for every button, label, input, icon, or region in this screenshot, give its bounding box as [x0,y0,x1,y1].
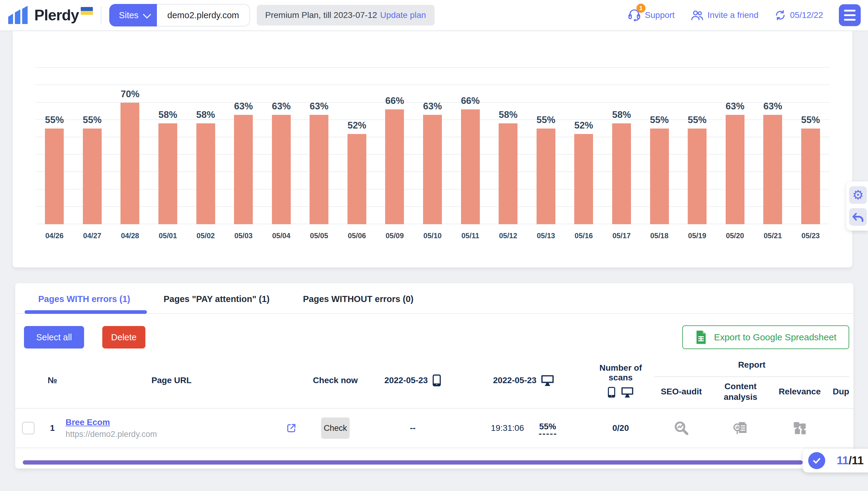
bar-group: 55%05/23 [792,51,830,224]
bar-group: 58%05/02 [187,51,225,224]
x-axis-tick-label: 05/04 [272,232,290,240]
bar-group: 70%04/28 [111,51,149,224]
row-checkbox[interactable] [22,422,35,434]
bar-value-label: 52% [347,120,366,131]
desktop-score[interactable]: 55% [539,422,556,435]
scans-count: 0/20 [589,423,653,433]
bar-value-label: 58% [499,109,518,120]
tab-pages-with-errors[interactable]: Pages WITH errors (1) [25,294,147,313]
bar[interactable] [612,123,631,224]
gear-icon: ⚙ [852,189,864,201]
relevance-report-button[interactable] [771,421,829,436]
open-page-button[interactable] [279,422,304,434]
desktop-icon [621,387,634,398]
seo-audit-report-button[interactable] [653,421,710,436]
support-label: Support [645,10,675,20]
content-analysis-report-button[interactable] [710,421,771,436]
header-check-now: Check now [304,376,367,385]
x-axis-tick-label: 04/27 [83,232,101,240]
bar[interactable] [121,103,139,224]
bar[interactable] [574,134,593,224]
settings-button[interactable]: ⚙ [849,186,867,204]
bar-group: 58%05/01 [149,51,187,224]
x-axis-tick-label: 05/20 [726,232,744,240]
bar[interactable] [688,128,707,224]
bar-group: 58%05/12 [489,51,527,224]
bar[interactable] [234,115,253,224]
bar-group: 58%05/17 [603,51,641,224]
bar[interactable] [499,123,518,224]
x-axis-tick-label: 05/02 [197,232,215,240]
bar[interactable] [83,128,102,224]
bar-value-label: 55% [801,115,820,125]
header-number-of-scans: Number of scans [589,363,653,398]
pages-panel: Pages WITH errors (1) Pages "PAY attenti… [15,283,854,468]
page-name-link[interactable]: Bree Ecom [66,417,110,427]
bar-value-label: 63% [423,101,442,112]
x-axis-tick-label: 05/18 [650,232,669,240]
hamburger-menu-button[interactable] [839,4,861,26]
mobile-icon [608,387,616,398]
reply-all-icon [851,210,865,224]
bar[interactable] [763,115,782,224]
delete-button[interactable]: Delete [102,326,145,348]
seo-audit-icon [674,421,689,436]
export-google-spreadsheet-button[interactable]: Export to Google Spreadsheet [682,325,849,349]
tab-pages-pay-attention[interactable]: Pages "PAY attention" (1) [147,294,286,313]
bar[interactable] [650,128,669,224]
header-report-group: Report [654,360,849,377]
sites-dropdown-button[interactable]: Sites [109,4,157,26]
reply-all-button[interactable] [849,208,867,226]
invite-friend-link[interactable]: Invite a friend [690,8,758,22]
bar[interactable] [461,109,480,224]
bar[interactable] [45,128,64,224]
bar[interactable] [347,134,366,224]
sites-label: Sites [119,10,138,20]
bar-chart-plot: 55%04/2655%04/2770%04/2858%05/0158%05/02… [35,51,830,224]
external-link-icon [286,422,297,434]
date-mobile-label: 2022-05-23 [384,376,428,385]
scans-label: Number of scans [589,363,653,382]
desktop-icon [541,375,554,386]
current-domain[interactable]: demo2.plerdy.com [157,4,250,26]
bar[interactable] [801,128,820,224]
tab-pages-without-errors[interactable]: Pages WITHOUT errors (0) [286,294,430,313]
bar[interactable] [385,109,404,224]
bar[interactable] [423,115,442,224]
bar-group: 55%04/27 [73,51,112,224]
x-axis-tick-label: 05/09 [385,232,404,240]
x-axis-tick-label: 05/13 [537,232,555,240]
bar-group: 55%05/18 [640,51,678,224]
logo-bars-icon [8,6,32,25]
update-plan-link[interactable]: Update plan [380,10,426,20]
header-num: № [41,376,64,385]
bar-group: 63%05/20 [716,51,754,224]
desktop-scan-time: 19:31:06 [491,423,524,433]
bar-value-label: 58% [158,109,177,120]
support-link[interactable]: 1 Support [627,7,675,23]
bar[interactable] [726,115,744,224]
bar-group: 52%05/16 [565,51,603,224]
bar[interactable] [272,115,291,224]
check-button[interactable]: Check [321,417,350,439]
plerdy-logo[interactable]: Plerdy [8,4,93,26]
select-all-button[interactable]: Select all [24,326,84,348]
bar-value-label: 66% [461,95,480,106]
report-divider [654,376,849,377]
bar[interactable] [196,123,215,224]
scan-complete-badge[interactable]: 11/11 [803,449,868,472]
bar-group: 55%04/26 [35,51,73,224]
chevron-down-icon [143,10,151,19]
export-label: Export to Google Spreadsheet [714,332,836,342]
x-axis-tick-label: 04/26 [45,232,63,240]
bar-group: 55%05/19 [678,51,716,224]
bar[interactable] [158,123,177,224]
page-url-text: https://demo2.plerdy.com [66,430,157,439]
bar[interactable] [310,115,329,224]
date-selector[interactable]: 05/12/22 [774,9,823,21]
mobile-result: -- [367,423,458,433]
bar[interactable] [536,128,555,224]
plerdy-dashboard: Plerdy Sites demo2.plerdy.com Premium Pl… [0,0,868,491]
bar-group: 66%05/09 [376,51,414,224]
bar-value-label: 52% [574,120,593,131]
